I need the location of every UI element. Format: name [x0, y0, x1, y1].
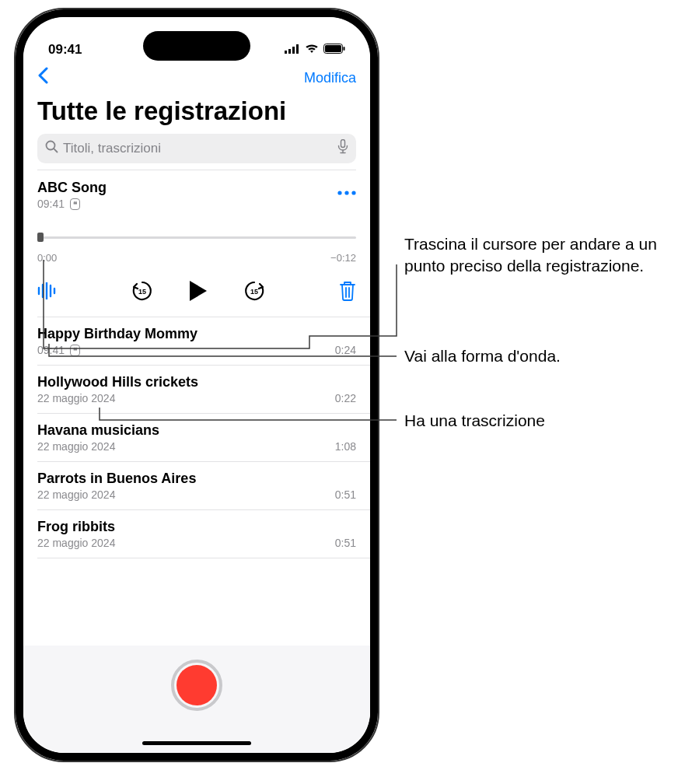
page-title: Tutte le registrazioni: [23, 92, 370, 134]
item-date: 22 maggio 2024: [37, 392, 115, 404]
back-button[interactable]: [37, 67, 48, 89]
recording-time: 09:41: [37, 198, 65, 210]
nav-bar: Modifica: [23, 61, 370, 92]
list-item[interactable]: Frog ribbits 22 maggio 2024 0:51: [23, 510, 370, 558]
dictate-icon[interactable]: [337, 139, 348, 158]
phone-frame: 09:41 Modifica: [14, 8, 379, 762]
skip-back-15-button[interactable]: 15: [131, 279, 154, 306]
battery-icon: [323, 42, 345, 58]
item-title: Happy Birthday Mommy: [37, 326, 356, 342]
callout-transcript: Ha una trascrizione: [404, 410, 545, 432]
svg-line-8: [54, 149, 57, 152]
wifi-icon: [305, 42, 319, 58]
cellular-icon: [285, 42, 300, 58]
item-title: Havana musicians: [37, 422, 356, 439]
item-title: Hollywood Hills crickets: [37, 374, 356, 390]
more-button[interactable]: [337, 180, 356, 200]
item-date: 22 maggio 2024: [37, 488, 115, 501]
item-date: 22 maggio 2024: [37, 537, 115, 549]
svg-rect-1: [288, 49, 291, 54]
item-title: Parrots in Buenos Aires: [37, 471, 356, 487]
skip-forward-15-button[interactable]: 15: [243, 279, 266, 306]
svg-rect-6: [344, 47, 345, 51]
record-button[interactable]: [171, 660, 222, 711]
item-duration: 0:22: [335, 392, 356, 404]
scrubber-handle[interactable]: [37, 233, 44, 242]
item-duration: 0:24: [335, 344, 356, 356]
elapsed-time: 0:00: [37, 252, 57, 264]
divider: [37, 558, 370, 558]
screen: 09:41 Modifica: [23, 17, 370, 753]
svg-rect-0: [285, 51, 287, 54]
callout-scrubber: Trascina il cursore per andare a un punt…: [404, 233, 661, 278]
svg-point-13: [344, 191, 348, 194]
item-date: 22 maggio 2024: [37, 440, 115, 453]
svg-point-12: [337, 191, 341, 194]
item-title: Frog ribbits: [37, 519, 356, 535]
playback-controls: 15 15: [23, 268, 370, 317]
edit-button[interactable]: Modifica: [304, 70, 356, 86]
status-time: 09:41: [48, 42, 82, 58]
bottom-toolbar: [23, 646, 370, 753]
svg-point-14: [351, 191, 355, 194]
item-date: 09:41: [37, 344, 65, 356]
scrubber-track: [37, 236, 356, 239]
callout-waveform: Vai alla forma d'onda.: [404, 345, 561, 367]
svg-text:15: 15: [250, 288, 258, 296]
item-duration: 0:51: [335, 488, 356, 501]
item-duration: 1:08: [335, 440, 356, 453]
remaining-time: −0:12: [330, 252, 356, 264]
home-indicator[interactable]: [142, 741, 251, 745]
recording-title[interactable]: ABC Song: [37, 180, 107, 196]
transcript-badge-icon: ❝: [70, 198, 80, 210]
list-item[interactable]: Hollywood Hills crickets 22 maggio 2024 …: [23, 366, 370, 413]
list-item[interactable]: Havana musicians 22 maggio 2024 1:08: [23, 414, 370, 461]
list-item[interactable]: Parrots in Buenos Aires 22 maggio 2024 0…: [23, 462, 370, 509]
item-duration: 0:51: [335, 537, 356, 549]
svg-rect-2: [292, 47, 295, 54]
expanded-recording: ABC Song 09:41 ❝ 0:00: [23, 170, 370, 268]
svg-text:15: 15: [138, 288, 146, 296]
search-input[interactable]: Titoli, trascrizioni: [37, 134, 356, 163]
waveform-button[interactable]: [37, 282, 58, 303]
svg-rect-3: [296, 44, 299, 54]
playback-scrubber[interactable]: [37, 226, 356, 247]
play-button[interactable]: [188, 279, 208, 306]
search-placeholder: Titoli, trascrizioni: [63, 141, 161, 156]
recordings-list[interactable]: Happy Birthday Mommy 09:41 ❝ 0:24 Hollyw…: [23, 317, 370, 646]
search-icon: [45, 140, 58, 157]
transcript-badge-icon: ❝: [70, 345, 80, 356]
record-icon: [176, 665, 217, 705]
svg-rect-9: [341, 140, 345, 148]
delete-button[interactable]: [339, 281, 356, 304]
dynamic-island: [143, 31, 250, 61]
svg-rect-5: [325, 45, 341, 52]
list-item[interactable]: Happy Birthday Mommy 09:41 ❝ 0:24: [23, 317, 370, 365]
